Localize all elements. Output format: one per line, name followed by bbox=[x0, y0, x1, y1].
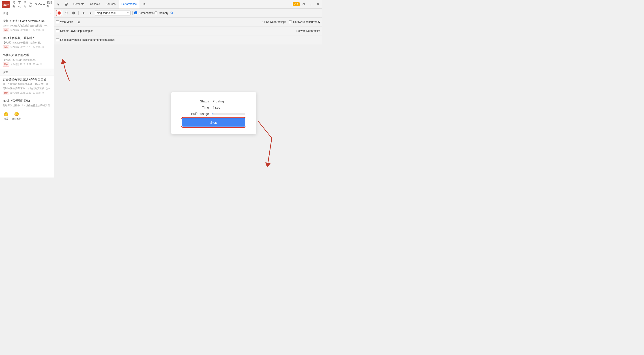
status-value: Profiling... bbox=[212, 100, 226, 103]
enable-paint-checkbox[interactable] bbox=[56, 38, 59, 41]
record-dot-icon bbox=[58, 12, 61, 15]
screenshots-checkbox[interactable]: ✓ bbox=[134, 12, 137, 14]
section1-header[interactable]: 成就 › bbox=[0, 10, 54, 17]
upload-button[interactable] bbox=[80, 10, 87, 16]
nav-gitcode[interactable]: GitCode bbox=[35, 3, 45, 6]
device-icon[interactable] bbox=[63, 0, 70, 8]
svg-rect-6 bbox=[73, 12, 74, 14]
article-desc: 【代码】h5拷贝内容后的处理。 bbox=[3, 58, 51, 62]
article-meta: 原创 发布博客 2023.01.18 · 14 阅读 · 0 bbox=[3, 28, 51, 32]
screenshots-label: Screenshots bbox=[138, 12, 154, 15]
performance-settings-icon[interactable]: ⚙ bbox=[169, 11, 174, 16]
nav-community[interactable]: 社区 bbox=[29, 1, 33, 8]
memory-label: Memory bbox=[159, 12, 168, 15]
network-row: Networ No throttlir ▾ bbox=[296, 29, 320, 33]
svg-text:CSDN: CSDN bbox=[2, 4, 10, 6]
tag-original: 原创 bbox=[3, 28, 10, 32]
cpu-label: CPU: bbox=[262, 21, 269, 24]
article-desc: 【代码】input上传视频，获取时长。 bbox=[3, 41, 51, 44]
article-meta: 原创 发布博客 2022.12.26 · 14 阅读 · 0 bbox=[3, 45, 51, 49]
tab-performance[interactable]: Performance bbox=[119, 0, 140, 8]
tab-actions: ⚠ 1 ⚙ ⋮ ✕ bbox=[293, 0, 321, 8]
enable-paint-option: Enable advanced paint instrumentation (s… bbox=[56, 38, 115, 42]
article-desc: 将一个前端页面链接分享到三方app中，如下... bbox=[3, 83, 51, 86]
cursor-icon[interactable] bbox=[55, 0, 62, 8]
web-vitals-option: Web Vitals bbox=[56, 21, 73, 24]
article-item: 控制台报错：Can't perform a Re setTimeout在执行完成… bbox=[0, 17, 54, 34]
web-vitals-checkbox[interactable] bbox=[56, 21, 59, 23]
status-dialog: Status Profiling... Time 4 sec Buffer us… bbox=[171, 92, 256, 134]
devtools-tabbar: Elements Console Sources Performance >> … bbox=[54, 0, 322, 9]
buffer-label: Buffer usage bbox=[182, 112, 209, 116]
network-dropdown-arrow: ▾ bbox=[319, 30, 320, 32]
nav-cloud[interactable]: 云服务 bbox=[46, 1, 52, 8]
separator bbox=[78, 11, 78, 15]
clear-button[interactable]: 🗑 bbox=[76, 19, 82, 25]
time-value: 4 sec bbox=[212, 106, 220, 109]
tag-original: 原创 bbox=[3, 91, 10, 95]
memory-row: Memory bbox=[154, 12, 168, 15]
url-selector[interactable]: blog.csdn.net #1 ▾ bbox=[95, 11, 130, 16]
cpu-row: CPU: No throttling ▾ bbox=[262, 21, 286, 24]
reload-button[interactable] bbox=[63, 10, 70, 16]
devtools-main: Status Profiling... Time 4 sec Buffer us… bbox=[54, 44, 322, 178]
csdn-header: CSDN 博客 下载 学习 社区 GitCode 云服务 bbox=[0, 0, 54, 9]
article-title[interactable]: h5拷贝内容后的处理 bbox=[3, 53, 51, 57]
cpu-throttle-select[interactable]: No throttling ▾ bbox=[270, 21, 286, 24]
article-item: h5拷贝内容后的处理 【代码】h5拷贝内容后的处理。 原创 发布博客 2022.… bbox=[0, 51, 54, 69]
url-text: blog.csdn.net #1 bbox=[97, 12, 126, 15]
time-row: Time 4 sec bbox=[182, 106, 245, 109]
nav-study[interactable]: 学习 bbox=[24, 1, 28, 8]
status-row: Status Profiling... bbox=[182, 100, 245, 103]
disable-js-label: Disable JavaScript samples bbox=[60, 29, 93, 33]
article-title[interactable]: 控制台报错：Can't perform a Re bbox=[3, 19, 51, 23]
section2-header[interactable]: 设置 › bbox=[0, 69, 54, 76]
memory-checkbox[interactable] bbox=[154, 12, 158, 14]
tab-elements[interactable]: Elements bbox=[70, 0, 87, 8]
stop-button[interactable]: Stop bbox=[182, 118, 245, 127]
screenshots-row: ✓ Screenshots bbox=[134, 12, 154, 15]
csdn-logo: CSDN bbox=[2, 1, 10, 8]
tab-sources[interactable]: Sources bbox=[103, 0, 118, 8]
network-throttle-select[interactable]: No throttlir ▾ bbox=[306, 29, 320, 33]
hardware-concurrency-row: Hardware concurrency bbox=[289, 21, 320, 24]
tab-console[interactable]: Console bbox=[87, 0, 102, 8]
article-item: ios禁止背景弹性滑动 前端开发过程中，ios设备的背景会弹性滑动 bbox=[0, 97, 54, 110]
csdn-content: 成就 › 控制台报错：Can't perform a Re setTimeout… bbox=[0, 9, 54, 178]
nav-download[interactable]: 下载 bbox=[18, 1, 22, 8]
more-options-icon[interactable]: ⋮ bbox=[308, 1, 314, 8]
csdn-panel: CSDN 博客 下载 学习 社区 GitCode 云服务 成就 › 控制台报错：… bbox=[0, 0, 54, 178]
article-title[interactable]: 页面链接分享到三方APP后自定义 bbox=[3, 78, 51, 82]
tag-original: 原创 bbox=[3, 63, 10, 67]
stop-recording-button[interactable] bbox=[70, 10, 76, 16]
tab-more[interactable]: >> bbox=[140, 0, 148, 8]
web-vitals-label: Web Vitals bbox=[60, 21, 73, 24]
separator2 bbox=[132, 11, 132, 15]
url-dropdown-icon: ▾ bbox=[127, 12, 128, 15]
buffer-bar-fill bbox=[212, 113, 214, 115]
article-meta: 原创 发布博客 2022.10.26 · 33 阅读 · 0 bbox=[3, 91, 51, 95]
warning-badge[interactable]: ⚠ 1 bbox=[293, 2, 300, 6]
time-label: Time bbox=[182, 106, 209, 109]
svg-rect-2 bbox=[65, 3, 68, 5]
download-button[interactable] bbox=[88, 10, 94, 16]
hardware-concurrency-checkbox[interactable] bbox=[289, 21, 292, 23]
article-title[interactable]: ios禁止背景弹性滑动 bbox=[3, 99, 51, 103]
tag-original: 原创 bbox=[3, 45, 10, 49]
article-desc: 前端开发过程中，ios设备的背景会弹性滑动 bbox=[3, 104, 51, 107]
emoji-strong-recommend[interactable]: 😄 强烈推荐 bbox=[12, 112, 21, 120]
settings-icon[interactable]: ⚙ bbox=[300, 1, 307, 8]
article-meta: 原创 发布博客 2022.12.22 · 15 · 0 ⊞ bbox=[3, 63, 51, 67]
article-desc: setTimeout在执行完成后会自动销毁，一般... bbox=[3, 24, 51, 27]
emoji-recommend[interactable]: 😊 推荐 bbox=[4, 112, 8, 120]
buffer-bar bbox=[212, 113, 245, 115]
article-title[interactable]: input上传视频，获取时长 bbox=[3, 36, 51, 40]
close-icon[interactable]: ✕ bbox=[315, 1, 321, 8]
disable-js-option: Disable JavaScript samples bbox=[56, 29, 93, 33]
devtools-panel: Elements Console Sources Performance >> … bbox=[54, 0, 322, 178]
article-item: input上传视频，获取时长 【代码】input上传视频，获取时长。 原创 发布… bbox=[0, 34, 54, 51]
disable-js-checkbox[interactable] bbox=[56, 29, 59, 32]
devtools-options: Web Vitals 🗑 CPU: No throttling ▾ Hardwa… bbox=[54, 18, 322, 27]
record-button[interactable] bbox=[56, 10, 62, 16]
nav-blog[interactable]: 博客 bbox=[12, 1, 16, 8]
